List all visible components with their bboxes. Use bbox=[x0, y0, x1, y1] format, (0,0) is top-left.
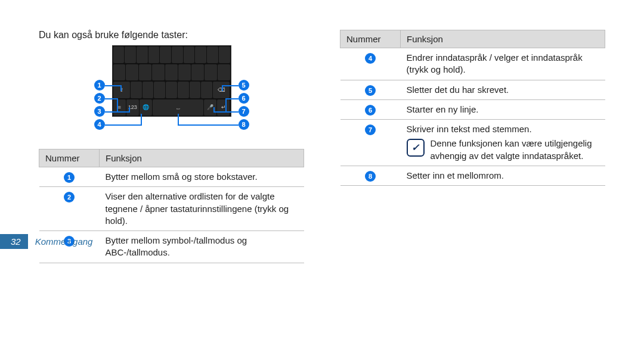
col-header-number: Nummer bbox=[39, 149, 100, 167]
table-row: 2 Viser den alternative ordlisten for de… bbox=[39, 187, 304, 231]
note-text: Denne funksjonen kan være utilgjengelig … bbox=[431, 138, 599, 162]
row-text: Skriver inn tekst med stemmen. bbox=[407, 123, 599, 135]
callout-3: 3 bbox=[94, 106, 105, 117]
callout-5: 5 bbox=[239, 80, 249, 91]
row-text: Bytter mellom små og store bokstaver. bbox=[100, 167, 304, 187]
table-row: 5 Sletter det du har skrevet. bbox=[340, 80, 605, 99]
col-header-function: Funksjon bbox=[100, 149, 304, 167]
row-text: Starter en ny linje. bbox=[401, 99, 605, 119]
row-badge: 6 bbox=[365, 105, 376, 116]
row-badge: 1 bbox=[64, 172, 75, 183]
row-badge: 5 bbox=[365, 85, 376, 96]
table-row: 4 Endrer inndataspråk / velger et inndat… bbox=[340, 48, 605, 80]
row-text: Endrer inndataspråk / velger et inndatas… bbox=[401, 48, 605, 80]
callout-2: 2 bbox=[94, 93, 105, 104]
intro-text: Du kan også bruke følgende taster: bbox=[39, 30, 304, 40]
row-badge: 2 bbox=[64, 192, 75, 202]
enter-key: ↵ bbox=[217, 99, 230, 116]
row-text: Setter inn et mellomrom. bbox=[401, 166, 605, 185]
section-title: Komme i gang bbox=[35, 236, 93, 247]
callout-6: 6 bbox=[239, 93, 249, 104]
keyboard-illustration: ⇧ ⌫ ≡ 123 🌐 ⎵ 🎤 ↵ 1 bbox=[39, 45, 304, 135]
callout-4: 4 bbox=[94, 119, 105, 130]
row-badge: 4 bbox=[365, 53, 376, 64]
col-header-number: Nummer bbox=[340, 30, 401, 48]
shift-key: ⇧ bbox=[113, 82, 130, 98]
table-row: 8 Setter inn et mellomrom. bbox=[340, 166, 605, 185]
function-table-right: Nummer Funksjon 4 Endrer inndataspråk / … bbox=[340, 30, 605, 186]
callout-7: 7 bbox=[239, 106, 249, 117]
row-badge: 7 bbox=[365, 124, 376, 135]
row-badge: 8 bbox=[365, 171, 376, 182]
alt-key: ≡ bbox=[113, 99, 126, 116]
callout-1: 1 bbox=[94, 80, 105, 91]
page-number: 32 bbox=[0, 234, 28, 249]
table-row: 1 Bytter mellom små og store bokstaver. bbox=[39, 167, 304, 187]
row-text: Sletter det du har skrevet. bbox=[401, 80, 605, 99]
lang-key: 🌐 bbox=[140, 99, 152, 116]
table-row: 6 Starter en ny linje. bbox=[340, 99, 605, 119]
table-row: 7 Skriver inn tekst med stemmen. ✓ Denne… bbox=[340, 120, 605, 166]
mic-key: 🎤 bbox=[204, 99, 216, 116]
space-key: ⎵ bbox=[153, 99, 203, 116]
row-text: Bytter mellom symbol-/tallmodus og ABC-/… bbox=[100, 231, 304, 263]
page-footer: 32 Komme i gang bbox=[0, 234, 92, 249]
col-header-function: Funksjon bbox=[401, 30, 605, 48]
row-text: Viser den alternative ordlisten for de v… bbox=[100, 187, 304, 231]
note-icon: ✓ bbox=[407, 139, 425, 157]
callout-8: 8 bbox=[239, 119, 249, 130]
